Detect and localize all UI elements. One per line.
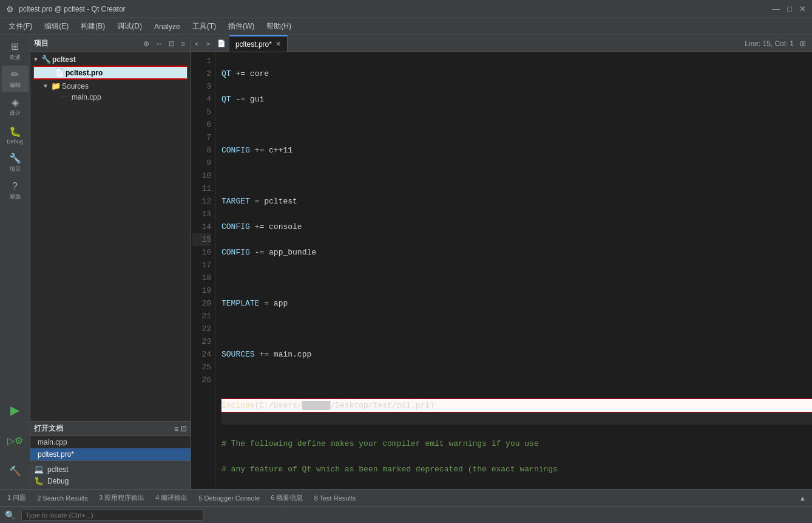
run-button[interactable]: ▶ xyxy=(2,397,29,423)
tab-nav-fwd[interactable]: > xyxy=(202,35,213,52)
tree-icon-main: ⋯ xyxy=(61,94,72,101)
code-line-3 xyxy=(222,118,812,131)
menu-button[interactable]: ≡ xyxy=(179,38,187,49)
code-line-4: CONFIG += c++11 xyxy=(222,144,812,157)
open-file-pcltest-pro[interactable]: pcltest.pro* xyxy=(30,448,191,460)
menu-analyze[interactable]: Analyze xyxy=(148,20,186,33)
sidebar-item-debug[interactable]: 🐛 Debug xyxy=(2,121,29,148)
ln-22: 22 xyxy=(192,323,211,335)
close-button[interactable]: ✕ xyxy=(799,4,806,13)
edit-icon: ✏ xyxy=(11,69,19,80)
sidebar-item-label-help: 帮助 xyxy=(10,193,21,201)
ln-15: 15 xyxy=(192,233,211,246)
app-icon: ⚙ xyxy=(6,4,14,14)
code-line-11 xyxy=(222,323,812,335)
bottom-tab-test[interactable]: 8 Test Results xyxy=(309,493,360,504)
bottom-panel: 1 问题 2 Search Results 3 应用程序输出 4 编译输出 5 … xyxy=(0,489,812,506)
line-col-indicator: Line: 15, Col: 1 xyxy=(745,39,794,48)
tab-label-pcltest-pro: pcltest.pro* xyxy=(235,40,272,49)
menu-debug[interactable]: 调试(D) xyxy=(111,19,148,34)
minimize-button[interactable]: — xyxy=(772,4,780,13)
sidebar-item-edit[interactable]: ✏ 编辑 xyxy=(2,66,29,92)
collapse-button[interactable]: ⊡ xyxy=(167,38,177,49)
ln-11: 11 xyxy=(192,182,211,195)
project-icon: 🔧 xyxy=(9,152,21,164)
code-line-13 xyxy=(222,374,812,386)
tree-item-sources[interactable]: ▼ 📁 Sources xyxy=(30,80,191,92)
tab-pcltest-pro[interactable]: pcltest.pro* ✕ xyxy=(229,35,288,52)
ln-21: 21 xyxy=(192,310,211,323)
tab-close-pcltest-pro[interactable]: ✕ xyxy=(276,40,281,48)
bottom-tab-problems[interactable]: 1 问题 xyxy=(2,491,31,504)
bottom-tab-arrow[interactable]: ▲ xyxy=(796,494,810,502)
ln-16: 16 xyxy=(192,246,211,259)
tree-arrow-sources: ▼ xyxy=(42,83,51,89)
ln-20: 20 xyxy=(192,297,211,310)
bottom-tab-search[interactable]: 2 Search Results xyxy=(32,493,93,504)
run-debug-button[interactable]: ▷⚙ xyxy=(2,427,29,454)
editor-content: 1 2 3 4 5 6 7 8 9 10 11 12 13 14 15 16 1… xyxy=(191,52,812,489)
ln-24: 24 xyxy=(192,348,211,361)
ln-8: 8 xyxy=(192,144,211,157)
sidebar-item-welcome[interactable]: ⊞ 欢迎 xyxy=(2,38,29,64)
code-line-7: CONFIG += console xyxy=(222,220,812,233)
bottom-tab-debugger[interactable]: 5 Debugger Console xyxy=(194,493,265,504)
ln-1: 1 xyxy=(192,55,211,67)
filter-button[interactable]: ⊕ xyxy=(141,38,151,49)
tree-item-pcltest[interactable]: ▼ 🔧 pcltest xyxy=(30,53,191,65)
welcome-icon: ⊞ xyxy=(11,41,19,52)
window-controls: — □ ✕ xyxy=(772,4,806,13)
menu-build[interactable]: 构建(B) xyxy=(75,19,111,34)
sidebar-item-design[interactable]: ◈ 设计 xyxy=(2,94,29,120)
menubar: 文件(F) 编辑(E) 构建(B) 调试(D) Analyze 工具(T) 插件… xyxy=(0,18,812,35)
of-menu-btn[interactable]: ≡ xyxy=(174,425,178,433)
ln-3: 3 xyxy=(192,80,211,93)
tree-item-main-cpp[interactable]: ⋯ main.cpp xyxy=(30,92,191,103)
code-editor[interactable]: QT += core QT -= gui CONFIG += c++11 TAR… xyxy=(215,52,812,489)
code-line-15 xyxy=(222,412,812,425)
ln-26: 26 xyxy=(192,374,211,386)
debug-section-label: 💻 pcltest 🐛 Debug xyxy=(30,460,191,489)
of-collapse-btn[interactable]: ⊡ xyxy=(181,425,187,433)
code-line-16: # The following define makes your compil… xyxy=(222,437,812,450)
tab-nav-back[interactable]: < xyxy=(191,35,202,52)
sidebar-item-label-welcome: 欢迎 xyxy=(10,53,21,61)
build-button[interactable]: 🔨 xyxy=(2,457,29,484)
expand-editor-btn[interactable]: ⊞ xyxy=(800,39,806,48)
ln-14: 14 xyxy=(192,220,211,233)
tree-label-pro: pcltest.pro xyxy=(66,69,103,77)
bottom-tab-app-output[interactable]: 3 应用程序输出 xyxy=(94,491,149,504)
sidebar-item-project[interactable]: 🔧 项目 xyxy=(2,149,29,176)
open-file-main-cpp[interactable]: main.cpp xyxy=(30,436,191,448)
help-icon: ? xyxy=(12,181,18,192)
code-line-8: CONFIG -= app_bundle xyxy=(222,246,812,259)
debug-project-icon: 💻 xyxy=(34,465,44,474)
menu-tools[interactable]: 工具(T) xyxy=(186,19,222,34)
menu-edit[interactable]: 编辑(E) xyxy=(38,19,75,34)
tree-item-pcltest-pro[interactable]: 📄 pcltest.pro xyxy=(33,66,188,80)
menu-file[interactable]: 文件(F) xyxy=(2,19,38,34)
tree-icon-sources: 📁 xyxy=(51,81,62,91)
locate-input[interactable] xyxy=(21,510,203,521)
tree-label-pcltest: pcltest xyxy=(52,55,76,64)
maximize-button[interactable]: □ xyxy=(787,4,792,13)
tree-icon-pro: 📄 xyxy=(55,68,66,77)
project-toolbar: 项目 ⊕ ↔ ⊡ ≡ xyxy=(30,35,191,52)
line-numbers: 1 2 3 4 5 6 7 8 9 10 11 12 13 14 15 16 1… xyxy=(191,52,215,489)
main-layout: ⊞ 欢迎 ✏ 编辑 ◈ 设计 🐛 Debug 🔧 项目 ? 帮助 ▶ ▷⚙ xyxy=(0,35,812,489)
sync-button[interactable]: ↔ xyxy=(154,38,164,49)
bottom-tab-compile[interactable]: 4 编译输出 xyxy=(151,491,192,504)
project-panel-title: 项目 xyxy=(34,38,139,49)
ln-10: 10 xyxy=(192,169,211,182)
ln-13: 13 xyxy=(192,208,211,220)
run-debug-icon: ▷⚙ xyxy=(7,435,23,446)
bottom-tab-summary[interactable]: 6 概要信息 xyxy=(266,491,308,504)
design-icon: ◈ xyxy=(12,97,19,108)
menu-plugins[interactable]: 插件(W) xyxy=(222,19,260,34)
menu-help[interactable]: 帮助(H) xyxy=(260,19,297,34)
code-line-17: # any feature of Qt which as been marked… xyxy=(222,463,812,476)
tab-nav-dropdown[interactable]: 📄 xyxy=(214,35,229,52)
ln-5: 5 xyxy=(192,106,211,118)
sidebar-item-help[interactable]: ? 帮助 xyxy=(2,177,29,204)
project-tree: ▼ 🔧 pcltest 📄 pcltest.pro ▼ 📁 Sources xyxy=(30,52,191,421)
